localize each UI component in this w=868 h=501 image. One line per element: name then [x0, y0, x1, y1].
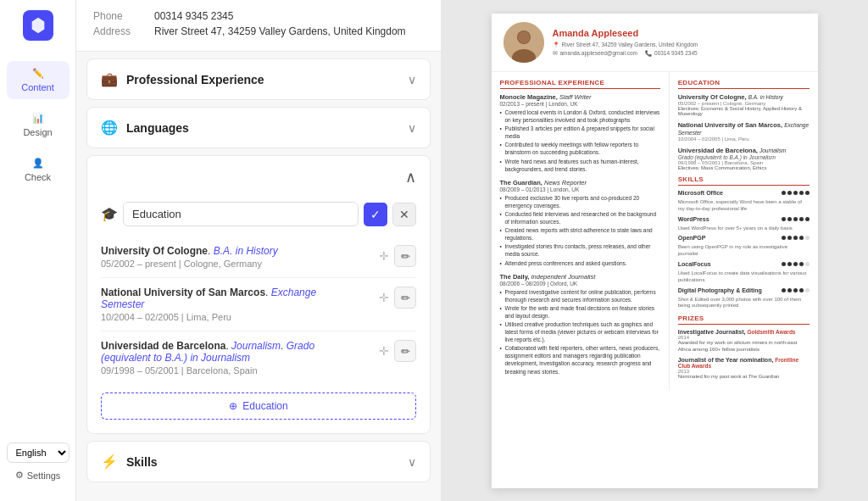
app-logo	[23, 10, 53, 41]
cv-phone: 00314 9345 2345	[654, 49, 698, 58]
cv-skill-wordpress-name: WordPress	[678, 216, 709, 222]
dot5	[805, 217, 810, 221]
cv-skill-photo-name: Digital Photography & Editing	[678, 287, 762, 293]
cv-body: Professional Experience Monocle Magazine…	[492, 72, 818, 391]
cv-skill-photo-desc: Shot & Edited over 3,000 photos with ove…	[678, 297, 810, 310]
sidebar-bottom: English ⚙ Settings	[0, 436, 75, 491]
professional-experience-header[interactable]: 💼 Professional Experience ∨	[87, 59, 430, 99]
drag-handle-1-icon[interactable]: ✛	[379, 291, 389, 304]
cv-skill-localfocus-name: LocalFocus	[678, 261, 711, 267]
skills-header[interactable]: ⚡ Skills ∨	[87, 442, 430, 482]
sidebar-item-content[interactable]: ✏️ Content	[7, 61, 70, 99]
location-icon: 📍	[553, 41, 559, 49]
cv-guardian-bullet-1: Produced exclusive 30 live reports and c…	[500, 194, 660, 209]
sidebar-item-content-label: Content	[21, 82, 54, 92]
education-section: ∧ 🎓 ✓ ✕ University Of Cologne. B.A. in H…	[86, 155, 431, 434]
settings-item[interactable]: ⚙ Settings	[12, 466, 64, 484]
cv-edu-sanmarcos-date: 10/2004 – 02/2005 | Lima, Peru	[678, 136, 810, 142]
cv-monocle-date: 02/2013 – present | London, UK	[500, 101, 660, 107]
cv-job-guardian: The Guardian, News Reporter 08/2009 – 01…	[500, 179, 660, 267]
drag-handle-2-icon[interactable]: ✛	[379, 344, 389, 358]
sidebar-item-check-label: Check	[25, 172, 51, 182]
education-entry-0: University Of Cologne. B.A. in History 0…	[101, 237, 416, 278]
cv-guardian-bullet-3: Created news reports with strict adheren…	[500, 226, 660, 242]
phone-icon: 📞	[645, 49, 652, 58]
languages-title: Languages	[126, 121, 189, 135]
email-icon: ✉	[553, 49, 558, 58]
education-entry-1-text: National University of San Marcos. Excha…	[101, 287, 379, 322]
dot3	[793, 217, 798, 221]
education-title-confirm-button[interactable]: ✓	[364, 203, 387, 226]
languages-header-left: 🌐 Languages	[101, 120, 189, 136]
education-title-input[interactable]	[123, 202, 359, 226]
add-education-button[interactable]: ⊕ Education	[101, 392, 416, 420]
professional-experience-header-left: 💼 Professional Experience	[101, 71, 264, 87]
education-title-cancel-button[interactable]: ✕	[392, 203, 416, 226]
sidebar-item-design[interactable]: 📊 Design	[7, 106, 70, 144]
cv-skill-openpgp: OpenPGP Been using OpenPGP in my role as…	[678, 235, 810, 258]
cv-name: Amanda Appleseed	[553, 28, 698, 38]
cv-edu-barcelona: Universidad de Barcelona, Journalism Gra…	[678, 147, 810, 170]
languages-chevron: ∨	[408, 121, 416, 135]
dot2	[787, 191, 792, 195]
education-entry-1-degree-2: Semester	[101, 298, 144, 310]
education-entry-2-edit-button[interactable]: ✏	[394, 340, 416, 362]
cv-edu-cologne-school: University Of Cologne, B.A. in History	[678, 93, 810, 101]
education-entry-0-edit-button[interactable]: ✏	[394, 245, 416, 267]
education-entry-1-edit-button[interactable]: ✏	[394, 287, 416, 309]
cv-prof-exp-title: Professional Experience	[500, 79, 660, 89]
cv-daily-bullet-3: Utilised creative production techniques …	[500, 320, 660, 343]
contact-info-section: Phone 00314 9345 2345 Address River Stre…	[76, 0, 441, 52]
cv-guardian-bullet-4: Investigated stories thru contacts, pres…	[500, 242, 660, 258]
globe-icon: 🌐	[101, 120, 118, 136]
cv-edu-cologne-elec: Electives: Economic & Social History, Ap…	[678, 106, 810, 116]
cv-prize-frontline: Journalist of the Year nomination, Front…	[678, 357, 810, 381]
education-entry-2-meta: 09/1998 – 05/2001 | Barcelona, Spain	[101, 365, 379, 376]
cv-location: River Street 47, 34259 Valley Gardens, U…	[562, 41, 698, 49]
cv-edu-cologne: University Of Cologne, B.A. in History 0…	[678, 93, 810, 116]
preview-panel: Amanda Appleseed 📍 River Street 47, 3425…	[441, 0, 868, 501]
education-entry-2-subdegree-2: (equivalent to B.A.) in Journalism	[101, 352, 250, 364]
education-header[interactable]: ∧	[87, 156, 430, 198]
professional-experience-title: Professional Experience	[126, 73, 264, 86]
phone-value: 00314 9345 2345	[154, 10, 233, 22]
education-entry-2-subdegree: Grado	[287, 340, 314, 352]
sidebar-item-design-label: Design	[23, 127, 52, 137]
education-entry-1-school: National University of San Marcos	[101, 287, 265, 298]
sidebar: ✏️ Content 📊 Design 👤 Check English ⚙ Se…	[0, 0, 76, 501]
cv-right-column: Education University Of Cologne, B.A. in…	[670, 72, 818, 391]
language-selector[interactable]: English	[7, 443, 70, 463]
cv-avatar	[504, 22, 544, 63]
cv-edu-barcelona-elec: Electives: Mass Communication, Ethics	[678, 165, 810, 170]
cv-prize-frontline-desc: Nominated for my past work at The Guardi…	[678, 374, 810, 381]
settings-label: Settings	[27, 470, 61, 481]
dot3	[793, 262, 798, 266]
skills-title: Skills	[126, 455, 158, 469]
professional-experience-section: 💼 Professional Experience ∨	[86, 58, 431, 100]
dot3	[793, 191, 798, 195]
education-icon: 🎓	[101, 206, 118, 222]
education-entry-0-text: University Of Cologne. B.A. in History 0…	[101, 245, 379, 269]
sidebar-item-check[interactable]: 👤 Check	[7, 151, 70, 189]
dot5	[805, 191, 810, 195]
education-collapse-button[interactable]: ∧	[405, 168, 416, 186]
languages-header[interactable]: 🌐 Languages ∨	[87, 108, 430, 148]
cv-skill-ms-office-name: Microsoft Office	[678, 190, 723, 196]
briefcase-icon: 💼	[101, 71, 118, 87]
cv-monocle-bullet-3: Contributed to weekly meetings with fell…	[500, 141, 660, 156]
cv-skill-photo-row: Digital Photography & Editing	[678, 287, 810, 293]
cv-job-monocle: Monocle Magazine, Staff Writer 02/2013 –…	[500, 93, 660, 173]
cv-skill-localfocus: LocalFocus Used LocalFocus to create dat…	[678, 261, 810, 284]
cv-prize-goldsmith-desc: Awarded for my work on silicium miners i…	[678, 340, 810, 353]
education-entry-2-actions: ✛ ✏	[379, 340, 416, 362]
cv-skill-localfocus-row: LocalFocus	[678, 261, 810, 267]
dot2	[787, 262, 792, 266]
cv-daily-bullet-4: Collaborated with field reporters, other…	[500, 344, 660, 375]
drag-handle-icon[interactable]: ✛	[379, 249, 389, 263]
education-entry-1-degree: Exchange	[271, 287, 316, 298]
svg-point-3	[518, 31, 530, 43]
cv-skills-title: Skills	[678, 175, 810, 186]
education-content: 🎓 ✓ ✕ University Of Cologne. B.A. in His…	[87, 198, 430, 433]
professional-experience-chevron: ∨	[408, 73, 416, 86]
cv-skill-photo-dots	[782, 288, 810, 292]
